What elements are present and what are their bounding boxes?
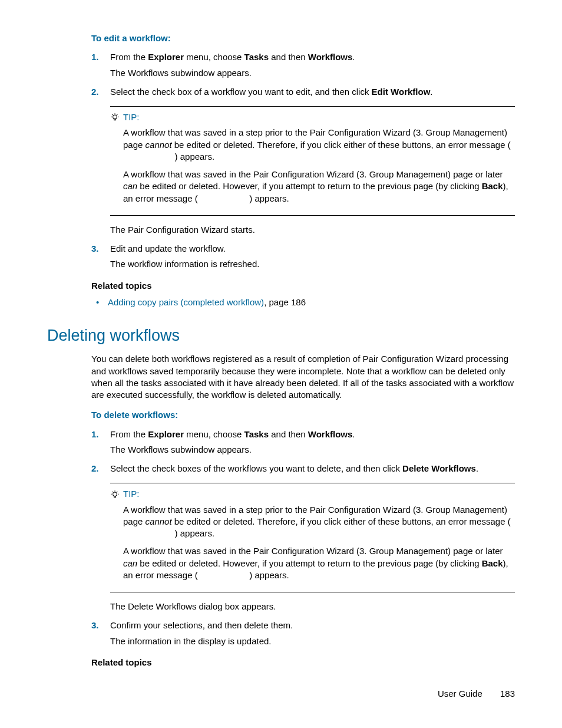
step-text: From the Explorer menu, choose Tasks and… bbox=[110, 51, 515, 63]
edit-workflow-heading: To edit a workflow: bbox=[91, 32, 515, 44]
step-number: 1. bbox=[91, 51, 99, 63]
lightbulb-icon bbox=[110, 490, 120, 499]
step-number: 3. bbox=[91, 243, 99, 255]
tip-heading: TIP: bbox=[110, 488, 515, 500]
page-footer: User Guide 183 bbox=[438, 688, 515, 700]
page: To edit a workflow: 1. From the Explorer… bbox=[0, 0, 562, 728]
step-subtext: The information in the display is update… bbox=[110, 635, 515, 647]
step-number: 3. bbox=[91, 620, 99, 631]
step-subtext: The Workflows subwindow appears. bbox=[110, 444, 515, 456]
step-number: 1. bbox=[91, 429, 99, 440]
related-topics-heading: Related topics bbox=[91, 657, 515, 668]
step-text: Select the check boxes of the workflows … bbox=[110, 463, 515, 475]
tip-body: A workflow that was saved in a step prio… bbox=[110, 127, 515, 205]
step-text: Confirm your selections, and then delete… bbox=[110, 620, 515, 631]
step-subtext: The Delete Workflows dialog box appears. bbox=[110, 601, 515, 612]
svg-line-4 bbox=[113, 114, 113, 115]
svg-line-5 bbox=[117, 114, 117, 115]
related-topics-heading: Related topics bbox=[91, 280, 515, 292]
related-link[interactable]: Adding copy pairs (completed workflow) bbox=[108, 297, 264, 307]
step-number: 2. bbox=[91, 86, 99, 98]
edit-step-2: 2. Select the check box of a workflow yo… bbox=[91, 86, 515, 236]
tip-heading: TIP: bbox=[110, 111, 515, 123]
step-number: 2. bbox=[91, 463, 99, 475]
tip-box: TIP: A workflow that was saved in a step… bbox=[110, 483, 515, 592]
step-subtext: The workflow information is refreshed. bbox=[110, 258, 515, 270]
deleting-intro: You can delete both workflows registered… bbox=[91, 353, 515, 401]
page-number: 183 bbox=[500, 689, 515, 699]
edit-step-3: 3. Edit and update the workflow. The wor… bbox=[91, 243, 515, 271]
edit-steps: 1. From the Explorer menu, choose Tasks … bbox=[91, 51, 515, 270]
svg-point-0 bbox=[113, 115, 117, 119]
delete-step-2: 2. Select the check boxes of the workflo… bbox=[91, 463, 515, 612]
tip-label: TIP: bbox=[123, 111, 140, 123]
tip-label: TIP: bbox=[123, 488, 140, 500]
tip-body: A workflow that was saved in a step prio… bbox=[110, 504, 515, 582]
tip-box: TIP: A workflow that was saved in a step… bbox=[110, 106, 515, 216]
related-topics-list: Adding copy pairs (completed workflow), … bbox=[91, 297, 515, 308]
step-text: Edit and update the workflow. bbox=[110, 243, 515, 255]
step-text: Select the check box of a workflow you w… bbox=[110, 86, 515, 98]
lightbulb-icon bbox=[110, 113, 120, 122]
deleting-workflows-heading: Deleting workflows bbox=[47, 325, 515, 346]
footer-label: User Guide bbox=[438, 689, 482, 699]
step-subtext: The Pair Configuration Wizard starts. bbox=[110, 224, 515, 236]
related-item: Adding copy pairs (completed workflow), … bbox=[91, 297, 515, 308]
svg-line-11 bbox=[117, 492, 117, 492]
svg-line-10 bbox=[113, 492, 113, 492]
step-subtext: The Workflows subwindow appears. bbox=[110, 67, 515, 79]
svg-point-6 bbox=[113, 492, 117, 496]
delete-steps: 1. From the Explorer menu, choose Tasks … bbox=[91, 429, 515, 647]
step-text: From the Explorer menu, choose Tasks and… bbox=[110, 429, 515, 440]
delete-workflows-heading: To delete workflows: bbox=[91, 409, 515, 421]
delete-step-3: 3. Confirm your selections, and then del… bbox=[91, 620, 515, 647]
edit-step-1: 1. From the Explorer menu, choose Tasks … bbox=[91, 51, 515, 79]
delete-step-1: 1. From the Explorer menu, choose Tasks … bbox=[91, 429, 515, 456]
